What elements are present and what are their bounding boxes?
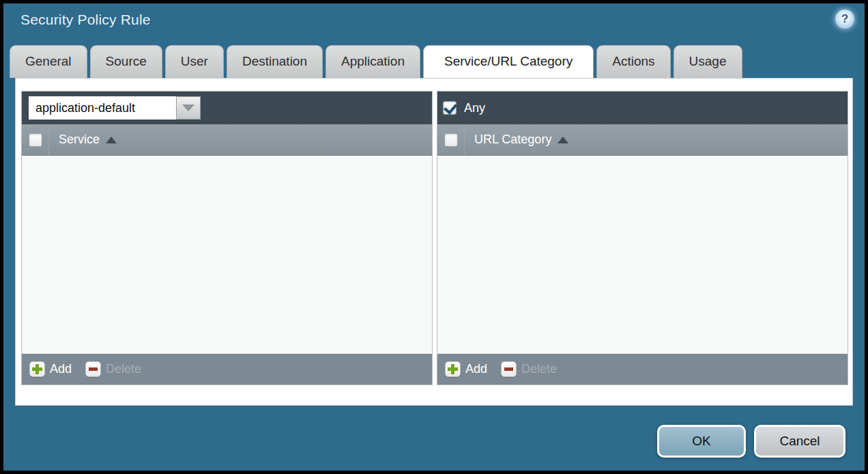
tab-service-url-category[interactable]: Service/URL Category bbox=[423, 45, 594, 78]
chevron-down-icon bbox=[182, 104, 194, 111]
cancel-button[interactable]: Cancel bbox=[754, 425, 845, 458]
plus-icon bbox=[29, 361, 45, 377]
help-icon[interactable]: ? bbox=[835, 10, 854, 29]
service-panel-header: application-default bbox=[22, 92, 432, 124]
url-category-delete-label: Delete bbox=[521, 362, 557, 376]
tab-general[interactable]: General bbox=[10, 45, 87, 78]
service-add-label: Add bbox=[50, 362, 72, 376]
url-category-add-button[interactable]: Add bbox=[445, 361, 487, 377]
tab-actions[interactable]: Actions bbox=[596, 45, 670, 78]
tab-user[interactable]: User bbox=[165, 45, 224, 78]
url-category-panel: Any URL Category Add bbox=[437, 91, 848, 385]
plus-icon bbox=[445, 361, 461, 377]
service-select-all-checkbox[interactable] bbox=[29, 133, 42, 147]
any-checkbox[interactable] bbox=[443, 101, 457, 115]
tab-source[interactable]: Source bbox=[90, 45, 162, 78]
service-type-dropdown-button[interactable] bbox=[176, 96, 201, 120]
service-delete-button[interactable]: Delete bbox=[85, 361, 141, 377]
sort-ascending-icon bbox=[558, 137, 568, 143]
service-select-all-cell bbox=[22, 124, 49, 155]
service-add-button[interactable]: Add bbox=[29, 361, 72, 377]
any-label: Any bbox=[464, 101, 485, 115]
service-panel: application-default Service bbox=[21, 91, 433, 385]
tab-destination[interactable]: Destination bbox=[227, 45, 323, 78]
tab-usage[interactable]: Usage bbox=[674, 45, 742, 78]
service-column-sort[interactable]: Service bbox=[59, 133, 117, 147]
service-type-dropdown: application-default bbox=[29, 96, 201, 120]
url-category-column-sort[interactable]: URL Category bbox=[474, 133, 568, 147]
dialog-title: Security Policy Rule bbox=[20, 12, 151, 28]
url-category-column-label: URL Category bbox=[474, 133, 551, 147]
sort-ascending-icon bbox=[106, 137, 117, 143]
ok-button[interactable]: OK bbox=[657, 425, 746, 458]
url-category-list-body bbox=[437, 156, 848, 354]
minus-icon bbox=[501, 361, 517, 377]
service-list-body bbox=[22, 156, 432, 354]
tab-application[interactable]: Application bbox=[326, 45, 420, 78]
security-policy-rule-dialog: Security Policy Rule ? General Source Us… bbox=[3, 3, 865, 471]
service-delete-label: Delete bbox=[106, 362, 141, 376]
url-category-select-all-checkbox[interactable] bbox=[444, 133, 458, 147]
service-type-dropdown-value[interactable]: application-default bbox=[29, 96, 176, 120]
url-category-add-label: Add bbox=[465, 362, 487, 376]
url-category-panel-toolbar: Add Delete bbox=[437, 354, 848, 385]
url-category-select-all-cell bbox=[437, 124, 465, 155]
minus-icon bbox=[85, 361, 101, 377]
url-category-column-header: URL Category bbox=[437, 124, 848, 156]
screenshot-root: Security Policy Rule ? General Source Us… bbox=[0, 0, 868, 474]
tab-content-card: application-default Service bbox=[15, 78, 853, 406]
url-category-delete-button[interactable]: Delete bbox=[501, 361, 557, 377]
service-panel-toolbar: Add Delete bbox=[22, 354, 432, 385]
service-column-header: Service bbox=[22, 124, 432, 156]
service-column-label: Service bbox=[59, 133, 100, 147]
tab-bar: General Source User Destination Applicat… bbox=[10, 45, 742, 78]
url-category-panel-header: Any bbox=[437, 92, 848, 124]
